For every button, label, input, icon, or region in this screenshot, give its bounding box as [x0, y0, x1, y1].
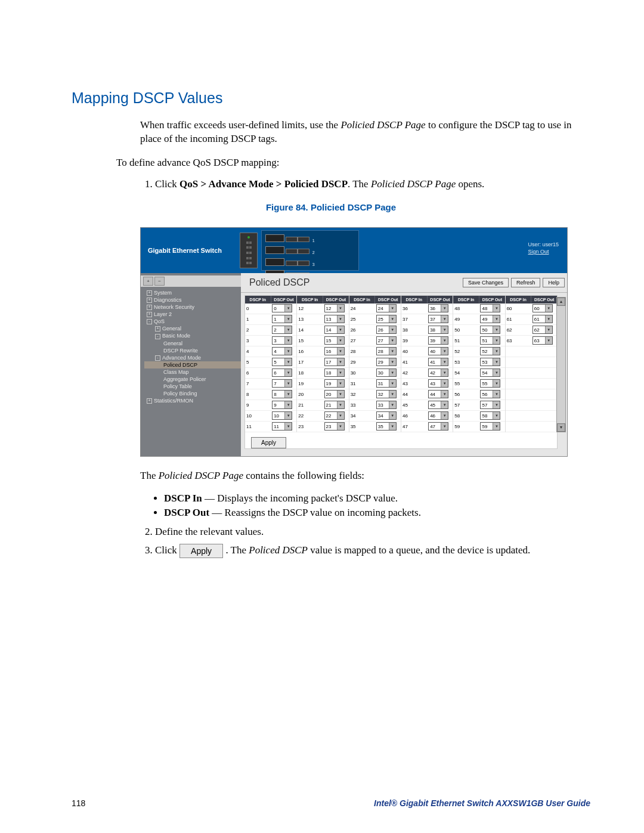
scroll-down-icon[interactable]: ▾: [557, 423, 565, 432]
dscp-out-select[interactable]: 26▼: [376, 326, 397, 334]
sidebar-item-diagnostics[interactable]: +Diagnostics: [144, 296, 241, 304]
help-button[interactable]: Help: [543, 278, 565, 287]
tree-toggle-icon[interactable]: -: [155, 355, 160, 361]
sidebar-item-basic-mode[interactable]: -Basic Mode: [144, 332, 241, 339]
dscp-out-select[interactable]: 51▼: [480, 336, 500, 345]
tree-toggle-icon[interactable]: -: [155, 334, 160, 339]
dscp-out-select[interactable]: 2▼: [272, 326, 292, 334]
dscp-out-select[interactable]: 27▼: [376, 336, 397, 345]
dscp-out-select[interactable]: 21▼: [324, 401, 345, 409]
dscp-out-select[interactable]: 16▼: [324, 347, 345, 355]
tree-toggle-icon[interactable]: -: [147, 319, 152, 324]
dscp-out-select[interactable]: 8▼: [272, 390, 292, 398]
sidebar-item-qos[interactable]: -QoS: [144, 318, 241, 325]
dscp-out-select[interactable]: 32▼: [376, 390, 397, 398]
dscp-out-select[interactable]: 20▼: [324, 390, 345, 398]
dscp-out-select[interactable]: 35▼: [376, 422, 397, 431]
sidebar-item-system[interactable]: +System: [144, 289, 241, 296]
dscp-out-select[interactable]: 37▼: [428, 315, 448, 323]
dscp-out-select[interactable]: 43▼: [428, 379, 448, 388]
dscp-out-select[interactable]: 5▼: [272, 358, 292, 366]
dscp-out-select[interactable]: 28▼: [376, 347, 397, 355]
dscp-out-select[interactable]: 13▼: [324, 315, 345, 323]
dscp-out-select[interactable]: 23▼: [324, 422, 345, 431]
dscp-out-select[interactable]: 55▼: [480, 379, 500, 388]
signout-link[interactable]: Sign Out: [528, 249, 549, 255]
dscp-out-select[interactable]: 49▼: [480, 315, 500, 323]
dscp-out-select[interactable]: 62▼: [532, 326, 553, 334]
sidebar-item-general[interactable]: General: [144, 340, 241, 347]
dscp-out-select[interactable]: 63▼: [532, 336, 553, 345]
dscp-out-select[interactable]: 9▼: [272, 401, 292, 409]
dscp-out-select[interactable]: 29▼: [376, 358, 397, 366]
dscp-out-select[interactable]: 56▼: [480, 390, 500, 398]
sidebar-item-class-map[interactable]: Class Map: [144, 368, 241, 376]
dscp-out-select[interactable]: 12▼: [324, 304, 345, 312]
dscp-out-select[interactable]: 7▼: [272, 379, 292, 388]
sidebar-item-advanced-mode[interactable]: -Advanced Mode: [144, 354, 241, 361]
expand-all-icon[interactable]: +: [143, 277, 153, 286]
dscp-out-select[interactable]: 30▼: [376, 368, 397, 377]
dscp-out-select[interactable]: 33▼: [376, 401, 397, 409]
dscp-out-select[interactable]: 34▼: [376, 411, 397, 420]
dscp-out-select[interactable]: 59▼: [480, 422, 500, 431]
tree-toggle-icon[interactable]: +: [147, 305, 152, 310]
dscp-out-select[interactable]: 52▼: [480, 347, 500, 355]
dscp-out-select[interactable]: 57▼: [480, 401, 500, 409]
sidebar-item-layer-2[interactable]: +Layer 2: [144, 311, 241, 318]
scrollbar[interactable]: ▴ ▾: [556, 297, 566, 432]
sidebar-item-network-security[interactable]: +Network Security: [144, 304, 241, 311]
dscp-out-select[interactable]: 61▼: [532, 315, 553, 323]
tree-toggle-icon[interactable]: +: [147, 298, 152, 303]
dscp-out-select[interactable]: 14▼: [324, 326, 345, 334]
dscp-out-select[interactable]: 45▼: [428, 401, 448, 409]
dscp-out-select[interactable]: 6▼: [272, 368, 292, 377]
dscp-out-select[interactable]: 17▼: [324, 358, 345, 366]
tree-toggle-icon[interactable]: +: [155, 326, 160, 332]
sidebar-item-general[interactable]: +General: [144, 325, 241, 332]
dscp-out-select[interactable]: 22▼: [324, 411, 345, 420]
dscp-out-select[interactable]: 54▼: [480, 368, 500, 377]
dscp-out-select[interactable]: 25▼: [376, 315, 397, 323]
dscp-out-select[interactable]: 19▼: [324, 379, 345, 388]
dscp-out-select[interactable]: 15▼: [324, 336, 345, 345]
dscp-out-select[interactable]: 60▼: [532, 304, 553, 312]
apply-button[interactable]: Apply: [251, 437, 286, 448]
dscp-out-select[interactable]: 50▼: [480, 326, 500, 334]
dscp-out-select[interactable]: 3▼: [272, 336, 292, 345]
sidebar-item-policed-dscp[interactable]: Policed DSCP: [144, 361, 241, 368]
dscp-out-select[interactable]: 38▼: [428, 326, 448, 334]
refresh-button[interactable]: Refresh: [511, 278, 541, 287]
dscp-out-select[interactable]: 53▼: [480, 358, 500, 366]
sidebar-item-aggregate-policer[interactable]: Aggregate Policer: [144, 376, 241, 383]
save-changes-button[interactable]: Save Changes: [463, 278, 509, 287]
scroll-up-icon[interactable]: ▴: [557, 298, 565, 306]
dscp-out-select[interactable]: 40▼: [428, 347, 448, 355]
dscp-out-select[interactable]: 44▼: [428, 390, 448, 398]
sidebar-item-statistics-rmon[interactable]: +Statistics/RMON: [144, 397, 241, 404]
dscp-out-select[interactable]: 11▼: [272, 422, 292, 431]
dscp-out-select[interactable]: 48▼: [480, 304, 500, 312]
chevron-down-icon: ▼: [389, 401, 396, 408]
dscp-out-select[interactable]: 31▼: [376, 379, 397, 388]
dscp-out-select[interactable]: 58▼: [480, 411, 500, 420]
dscp-out-select[interactable]: 18▼: [324, 368, 345, 377]
tree-toggle-icon[interactable]: +: [147, 290, 152, 296]
dscp-out-select[interactable]: 1▼: [272, 315, 292, 323]
dscp-out-select[interactable]: 10▼: [272, 411, 292, 420]
sidebar-item-dscp-rewrite[interactable]: DSCP Rewrite: [144, 347, 241, 354]
sidebar-item-policy-binding[interactable]: Policy Binding: [144, 390, 241, 397]
collapse-all-icon[interactable]: −: [154, 277, 165, 286]
dscp-out-select[interactable]: 4▼: [272, 347, 292, 355]
dscp-out-select[interactable]: 36▼: [428, 304, 448, 312]
dscp-out-select[interactable]: 42▼: [428, 368, 448, 377]
tree-toggle-icon[interactable]: +: [147, 312, 152, 317]
dscp-out-select[interactable]: 46▼: [428, 411, 448, 420]
dscp-out-select[interactable]: 41▼: [428, 358, 448, 366]
sidebar-item-policy-table[interactable]: Policy Table: [144, 383, 241, 390]
dscp-out-select[interactable]: 0▼: [272, 304, 292, 312]
dscp-out-select[interactable]: 47▼: [428, 422, 448, 431]
dscp-out-select[interactable]: 39▼: [428, 336, 448, 345]
dscp-out-select[interactable]: 24▼: [376, 304, 397, 312]
tree-toggle-icon[interactable]: +: [147, 398, 152, 404]
